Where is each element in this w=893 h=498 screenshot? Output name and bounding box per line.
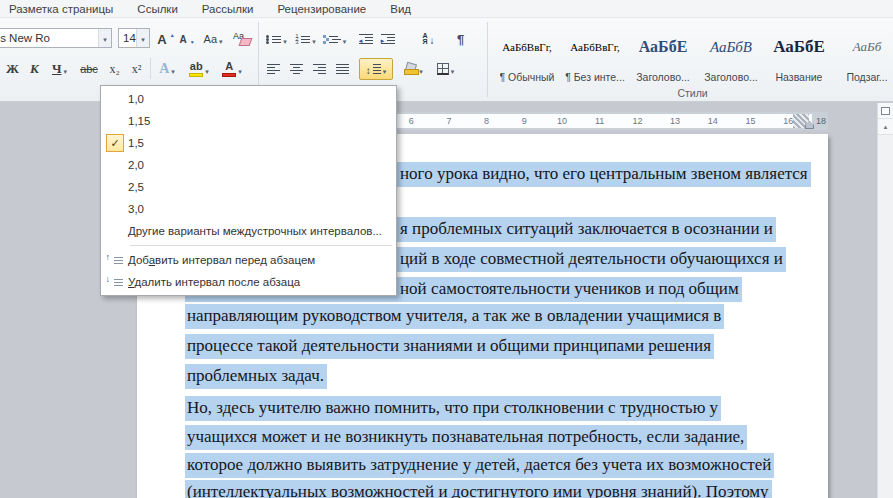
sort-button[interactable]: АЯ xyxy=(415,28,442,50)
menu-item-spacing-1-5[interactable]: ✓1,5 xyxy=(102,132,395,154)
menu-item-remove-space-after-paragraph[interactable]: Удалить интервал после абзаца xyxy=(102,271,395,293)
ruler-number: 7 xyxy=(446,116,451,126)
add-space-before-icon xyxy=(108,254,123,267)
chevron-down-icon xyxy=(171,62,175,77)
font-color-button[interactable]: А xyxy=(217,58,247,80)
divider xyxy=(150,58,151,79)
shrink-font-button[interactable]: А xyxy=(177,28,197,50)
group-separator xyxy=(487,22,488,97)
superscript-button[interactable]: x² xyxy=(126,58,147,80)
style-item-3[interactable]: АаБбЕЗаголово... xyxy=(630,22,696,86)
borders-icon xyxy=(437,63,449,75)
increase-indent-button[interactable] xyxy=(377,28,398,50)
text-line[interactable]: Но, здесь учителю важно помнить, что при… xyxy=(185,396,721,421)
line-spacing-button[interactable] xyxy=(359,58,393,80)
menu-item-spacing-2-5[interactable]: 2,5 xyxy=(102,176,395,198)
style-item-6[interactable]: АаБбПодзаг... xyxy=(834,22,893,86)
italic-button[interactable]: К xyxy=(24,58,45,80)
style-label: Заголово... xyxy=(636,71,690,83)
bullets-button[interactable] xyxy=(263,28,290,50)
ruler-number: 15 xyxy=(745,116,755,126)
remove-space-after-icon xyxy=(108,276,123,289)
text-line[interactable]: проблемных задач. xyxy=(185,364,327,389)
checkmark-icon: ✓ xyxy=(106,134,124,152)
text-line[interactable]: направляющим руководством учителя, а так… xyxy=(185,304,724,329)
menu-item-spacing-3-0[interactable]: 3,0 xyxy=(102,198,395,220)
numbering-button[interactable] xyxy=(292,28,319,50)
underline-button[interactable]: Ч xyxy=(46,58,73,80)
selected-text: Но, здесь учителю важно помнить, что при… xyxy=(185,396,721,421)
tab-1[interactable]: Разметка страницы xyxy=(9,3,113,15)
justify-button[interactable] xyxy=(332,58,353,80)
text-effects-button[interactable]: А xyxy=(154,58,180,80)
align-left-button[interactable] xyxy=(263,58,284,80)
style-item-4[interactable]: АаБбВЗаголово... xyxy=(698,22,764,86)
align-center-button[interactable] xyxy=(286,58,307,80)
style-item-5[interactable]: АаБбЕНазвание xyxy=(766,22,832,86)
style-label: Заголово... xyxy=(704,71,758,83)
show-formatting-marks-button[interactable]: ¶ xyxy=(450,28,471,50)
menu-item-label: Добавить интервал перед абзацем xyxy=(128,254,315,266)
tab-5[interactable]: Вид xyxy=(390,3,411,15)
style-item-2[interactable]: АаБбВвГг,¶ Без инте... xyxy=(562,22,628,86)
text-line[interactable]: учащихся может и не возникнуть познавате… xyxy=(185,425,747,450)
subscript-button[interactable]: x₂ xyxy=(104,58,125,80)
font-size-combo[interactable]: 14 xyxy=(118,28,150,48)
decrease-indent-button[interactable] xyxy=(355,28,376,50)
tab-2[interactable]: Ссылки xyxy=(137,3,178,15)
font-size-value: 14 xyxy=(119,32,136,44)
styles-gallery: АаБбВвГг,¶ ОбычныйАаБбВвГг,¶ Без инте...… xyxy=(494,22,893,86)
menu-gutter xyxy=(102,254,128,267)
text-line[interactable]: процессе такой деятельности знаниями и о… xyxy=(185,334,714,359)
font-name-combo[interactable]: Times New Ro xyxy=(0,28,112,48)
ruler-number: 16 xyxy=(783,116,793,126)
menu-item-spacing-1-0[interactable]: 1,0 xyxy=(102,88,395,110)
align-right-icon xyxy=(313,64,326,74)
numbering-icon xyxy=(295,36,310,43)
menu-item-more-spacing-options[interactable]: Другие варианты междустрочных интервалов… xyxy=(102,220,395,242)
justify-icon xyxy=(336,64,349,74)
menu-item-label: Удалить интервал после абзаца xyxy=(128,276,300,288)
align-center-icon xyxy=(290,64,303,74)
ruler-toggle-button[interactable] xyxy=(878,103,893,119)
tab-3[interactable]: Рассылки xyxy=(202,3,254,15)
ruler-number: 8 xyxy=(484,116,489,126)
menu-item-spacing-1-15[interactable]: 1,15 xyxy=(102,110,395,132)
grow-font-button[interactable]: А xyxy=(156,28,176,50)
chevron-down-icon xyxy=(343,32,347,47)
style-preview: АаБбЕ xyxy=(639,23,688,71)
text-line[interactable]: (интеллектуальных возможностей и достигн… xyxy=(185,480,772,498)
ruler-number: 10 xyxy=(557,116,567,126)
menu-item-spacing-2-0[interactable]: 2,0 xyxy=(102,154,395,176)
borders-button[interactable] xyxy=(431,58,460,80)
chevron-down-icon[interactable] xyxy=(98,29,111,47)
text-highlight-button[interactable]: ab xyxy=(184,58,214,80)
scroll-up-button[interactable]: ▲ xyxy=(878,119,893,135)
style-item-1[interactable]: АаБбВвГг,¶ Обычный xyxy=(494,22,560,86)
menu-item-label: 1,15 xyxy=(128,115,150,127)
tab-4[interactable]: Рецензирование xyxy=(277,3,366,15)
shading-button[interactable] xyxy=(399,58,428,80)
clear-formatting-button[interactable] xyxy=(230,28,254,50)
menu-item-label: 2,5 xyxy=(128,181,144,193)
text-line[interactable]: которое должно выявить затруднение у дет… xyxy=(185,453,774,478)
strikethrough-button[interactable]: abc xyxy=(76,58,102,80)
multilevel-list-button[interactable] xyxy=(321,28,348,50)
pilcrow-icon: ¶ xyxy=(457,32,464,47)
style-label: ¶ Обычный xyxy=(500,71,555,83)
vertical-scrollbar[interactable]: ▲ xyxy=(877,103,893,498)
change-case-button[interactable]: Аа xyxy=(200,28,226,50)
ruler-number: 9 xyxy=(522,116,527,126)
chevron-down-icon xyxy=(419,62,423,77)
ruler-number: 11 xyxy=(595,116,604,126)
selected-text: проблемных задач. xyxy=(185,364,327,389)
chevron-down-icon xyxy=(451,62,455,77)
bold-button[interactable]: Ж xyxy=(2,58,23,80)
menu-item-add-space-before-paragraph[interactable]: Добавить интервал перед абзацем xyxy=(102,249,395,271)
style-preview: АаБб xyxy=(853,23,881,71)
menu-item-label: 3,0 xyxy=(128,203,144,215)
chevron-down-icon[interactable] xyxy=(136,29,149,47)
ruler-number: 18 xyxy=(816,116,826,126)
align-right-button[interactable] xyxy=(309,58,330,80)
chevron-down-icon xyxy=(205,62,209,77)
